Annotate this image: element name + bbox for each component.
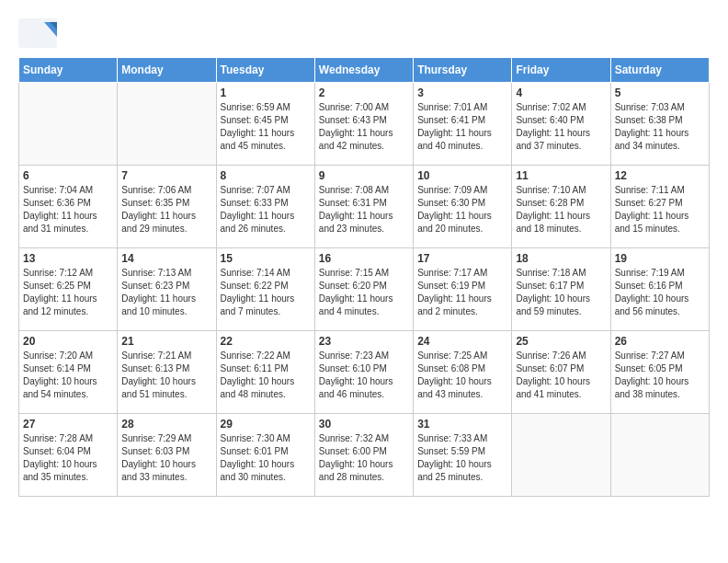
day-info: Sunrise: 7:33 AM Sunset: 5:59 PM Dayligh… <box>417 432 507 484</box>
calendar-cell: 15Sunrise: 7:14 AM Sunset: 6:22 PM Dayli… <box>216 248 314 331</box>
day-info: Sunrise: 6:59 AM Sunset: 6:45 PM Dayligh… <box>221 101 311 153</box>
day-info: Sunrise: 7:28 AM Sunset: 6:04 PM Dayligh… <box>23 432 113 484</box>
calendar-cell: 9Sunrise: 7:08 AM Sunset: 6:31 PM Daylig… <box>314 166 413 248</box>
day-number: 14 <box>121 252 211 265</box>
day-header-friday: Friday <box>512 58 610 83</box>
day-number: 16 <box>319 252 409 265</box>
calendar-cell: 24Sunrise: 7:25 AM Sunset: 6:08 PM Dayli… <box>414 331 512 414</box>
day-info: Sunrise: 7:15 AM Sunset: 6:20 PM Dayligh… <box>319 267 409 318</box>
day-info: Sunrise: 7:01 AM Sunset: 6:41 PM Dayligh… <box>417 101 507 153</box>
day-number: 1 <box>221 86 311 99</box>
day-info: Sunrise: 7:12 AM Sunset: 6:25 PM Dayligh… <box>23 267 113 318</box>
day-number: 26 <box>615 335 705 348</box>
calendar-cell: 18Sunrise: 7:18 AM Sunset: 6:17 PM Dayli… <box>512 248 610 331</box>
calendar-cell: 1Sunrise: 6:59 AM Sunset: 6:45 PM Daylig… <box>216 83 314 166</box>
day-number: 29 <box>221 418 311 431</box>
day-number: 6 <box>23 169 113 182</box>
calendar-cell: 26Sunrise: 7:27 AM Sunset: 6:05 PM Dayli… <box>610 331 709 414</box>
day-info: Sunrise: 7:29 AM Sunset: 6:03 PM Dayligh… <box>121 432 211 484</box>
calendar-header-row: SundayMondayTuesdayWednesdayThursdayFrid… <box>19 58 710 83</box>
calendar-cell: 29Sunrise: 7:30 AM Sunset: 6:01 PM Dayli… <box>216 414 314 497</box>
calendar-cell: 7Sunrise: 7:06 AM Sunset: 6:35 PM Daylig… <box>118 166 216 248</box>
calendar: SundayMondayTuesdayWednesdayThursdayFrid… <box>18 57 710 497</box>
calendar-cell: 5Sunrise: 7:03 AM Sunset: 6:38 PM Daylig… <box>610 83 709 166</box>
calendar-cell: 13Sunrise: 7:12 AM Sunset: 6:25 PM Dayli… <box>19 248 118 331</box>
day-number: 21 <box>121 335 211 348</box>
day-number: 27 <box>23 418 113 431</box>
day-number: 8 <box>221 169 311 182</box>
calendar-week-3: 13Sunrise: 7:12 AM Sunset: 6:25 PM Dayli… <box>19 248 710 331</box>
calendar-week-4: 20Sunrise: 7:20 AM Sunset: 6:14 PM Dayli… <box>19 331 710 414</box>
calendar-cell <box>512 414 610 497</box>
day-info: Sunrise: 7:06 AM Sunset: 6:35 PM Dayligh… <box>121 184 211 236</box>
day-info: Sunrise: 7:17 AM Sunset: 6:19 PM Dayligh… <box>417 267 507 318</box>
calendar-cell <box>19 83 118 166</box>
day-number: 13 <box>23 252 113 265</box>
calendar-cell: 28Sunrise: 7:29 AM Sunset: 6:03 PM Dayli… <box>118 414 216 497</box>
day-header-tuesday: Tuesday <box>216 58 314 83</box>
day-number: 18 <box>516 252 606 265</box>
day-number: 20 <box>23 335 113 348</box>
calendar-cell: 4Sunrise: 7:02 AM Sunset: 6:40 PM Daylig… <box>512 83 610 166</box>
calendar-cell: 22Sunrise: 7:22 AM Sunset: 6:11 PM Dayli… <box>216 331 314 414</box>
day-number: 4 <box>516 86 606 99</box>
calendar-cell: 2Sunrise: 7:00 AM Sunset: 6:43 PM Daylig… <box>314 83 413 166</box>
day-info: Sunrise: 7:18 AM Sunset: 6:17 PM Dayligh… <box>516 267 606 318</box>
day-info: Sunrise: 7:08 AM Sunset: 6:31 PM Dayligh… <box>319 184 409 236</box>
calendar-cell: 23Sunrise: 7:23 AM Sunset: 6:10 PM Dayli… <box>314 331 413 414</box>
page-header <box>18 18 710 48</box>
day-info: Sunrise: 7:27 AM Sunset: 6:05 PM Dayligh… <box>615 350 705 401</box>
logo <box>18 18 61 48</box>
calendar-cell: 6Sunrise: 7:04 AM Sunset: 6:36 PM Daylig… <box>19 166 118 248</box>
day-info: Sunrise: 7:13 AM Sunset: 6:23 PM Dayligh… <box>121 267 211 318</box>
day-info: Sunrise: 7:00 AM Sunset: 6:43 PM Dayligh… <box>319 101 409 153</box>
day-number: 17 <box>417 252 507 265</box>
day-number: 19 <box>615 252 705 265</box>
day-number: 11 <box>516 169 606 182</box>
day-header-wednesday: Wednesday <box>314 58 413 83</box>
day-info: Sunrise: 7:26 AM Sunset: 6:07 PM Dayligh… <box>516 350 606 401</box>
calendar-cell: 17Sunrise: 7:17 AM Sunset: 6:19 PM Dayli… <box>414 248 512 331</box>
day-header-sunday: Sunday <box>19 58 118 83</box>
day-number: 25 <box>516 335 606 348</box>
day-info: Sunrise: 7:20 AM Sunset: 6:14 PM Dayligh… <box>23 350 113 401</box>
day-header-saturday: Saturday <box>610 58 709 83</box>
calendar-cell: 12Sunrise: 7:11 AM Sunset: 6:27 PM Dayli… <box>610 166 709 248</box>
logo-icon <box>18 18 57 48</box>
calendar-cell <box>610 414 709 497</box>
calendar-cell <box>118 83 216 166</box>
day-number: 7 <box>121 169 211 182</box>
day-number: 5 <box>615 86 705 99</box>
calendar-cell: 19Sunrise: 7:19 AM Sunset: 6:16 PM Dayli… <box>610 248 709 331</box>
day-info: Sunrise: 7:07 AM Sunset: 6:33 PM Dayligh… <box>221 184 311 236</box>
day-info: Sunrise: 7:02 AM Sunset: 6:40 PM Dayligh… <box>516 101 606 153</box>
day-number: 9 <box>319 169 409 182</box>
day-info: Sunrise: 7:25 AM Sunset: 6:08 PM Dayligh… <box>417 350 507 401</box>
day-number: 28 <box>121 418 211 431</box>
day-info: Sunrise: 7:32 AM Sunset: 6:00 PM Dayligh… <box>319 432 409 484</box>
calendar-week-2: 6Sunrise: 7:04 AM Sunset: 6:36 PM Daylig… <box>19 166 710 248</box>
day-info: Sunrise: 7:09 AM Sunset: 6:30 PM Dayligh… <box>417 184 507 236</box>
day-number: 30 <box>319 418 409 431</box>
day-number: 12 <box>615 169 705 182</box>
day-number: 23 <box>319 335 409 348</box>
day-number: 31 <box>417 418 507 431</box>
day-info: Sunrise: 7:14 AM Sunset: 6:22 PM Dayligh… <box>221 267 311 318</box>
day-number: 10 <box>417 169 507 182</box>
calendar-cell: 14Sunrise: 7:13 AM Sunset: 6:23 PM Dayli… <box>118 248 216 331</box>
day-number: 15 <box>221 252 311 265</box>
calendar-cell: 16Sunrise: 7:15 AM Sunset: 6:20 PM Dayli… <box>314 248 413 331</box>
day-header-monday: Monday <box>118 58 216 83</box>
calendar-cell: 10Sunrise: 7:09 AM Sunset: 6:30 PM Dayli… <box>414 166 512 248</box>
calendar-cell: 25Sunrise: 7:26 AM Sunset: 6:07 PM Dayli… <box>512 331 610 414</box>
calendar-cell: 31Sunrise: 7:33 AM Sunset: 5:59 PM Dayli… <box>414 414 512 497</box>
day-info: Sunrise: 7:19 AM Sunset: 6:16 PM Dayligh… <box>615 267 705 318</box>
day-info: Sunrise: 7:03 AM Sunset: 6:38 PM Dayligh… <box>615 101 705 153</box>
day-number: 2 <box>319 86 409 99</box>
day-header-thursday: Thursday <box>414 58 512 83</box>
calendar-cell: 27Sunrise: 7:28 AM Sunset: 6:04 PM Dayli… <box>19 414 118 497</box>
day-number: 3 <box>417 86 507 99</box>
calendar-cell: 11Sunrise: 7:10 AM Sunset: 6:28 PM Dayli… <box>512 166 610 248</box>
day-info: Sunrise: 7:30 AM Sunset: 6:01 PM Dayligh… <box>221 432 311 484</box>
calendar-week-1: 1Sunrise: 6:59 AM Sunset: 6:45 PM Daylig… <box>19 83 710 166</box>
